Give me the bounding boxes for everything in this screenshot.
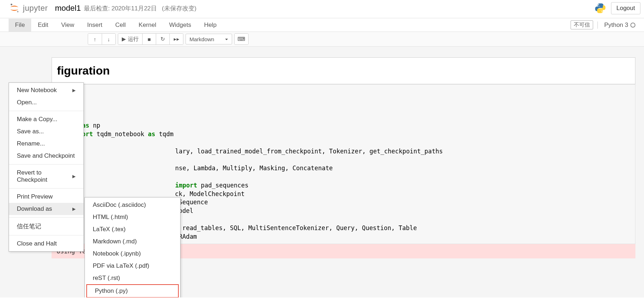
download-notebook[interactable]: Notebook (.ipynb) — [85, 248, 180, 260]
svg-point-2 — [598, 4, 599, 5]
menu-cell[interactable]: Cell — [109, 19, 132, 32]
download-html[interactable]: HTML (.html) — [85, 211, 180, 223]
interrupt-button[interactable]: ■ — [142, 34, 156, 44]
menu-download-as[interactable]: Download as▶ — [9, 203, 83, 215]
notebook-name[interactable]: model1 — [55, 4, 81, 13]
menu-rename[interactable]: Rename... — [9, 138, 83, 150]
kernel-idle-icon — [630, 23, 635, 28]
stop-icon: ■ — [148, 36, 151, 42]
menu-insert[interactable]: Insert — [81, 19, 109, 32]
move-down-button[interactable]: ↓ — [102, 34, 115, 44]
toolbar: ↑ ↓ ▶运行 ■ ↻ ▸▸ Markdown ⌨ — [0, 32, 644, 47]
jupyter-logo-text: jupyter — [23, 4, 48, 13]
download-latex[interactable]: LaTeX (.tex) — [85, 223, 180, 235]
restart-run-all-button[interactable]: ▸▸ — [169, 34, 183, 44]
menu-divider — [9, 217, 83, 218]
svg-point-0 — [11, 4, 13, 5]
move-up-button[interactable]: ↑ — [88, 34, 102, 44]
run-icon: ▶ — [122, 36, 126, 42]
restart-icon: ↻ — [160, 36, 165, 42]
svg-point-3 — [601, 11, 602, 12]
menu-new-notebook[interactable]: New Notebook▶ — [9, 84, 83, 96]
download-asciidoc[interactable]: AsciiDoc (.asciidoc) — [85, 199, 180, 211]
menu-divider — [9, 235, 83, 235]
menu-kernel[interactable]: Kernel — [132, 19, 163, 32]
download-python[interactable]: Python (.py) — [86, 284, 179, 297]
run-button[interactable]: ▶运行 — [118, 34, 142, 44]
menu-edit[interactable]: Edit — [31, 19, 54, 32]
chevron-right-icon: ▶ — [72, 174, 76, 179]
menu-make-copy[interactable]: Make a Copy... — [9, 113, 83, 125]
arrow-up-icon: ↑ — [93, 36, 96, 42]
celltype-select[interactable]: Markdown — [186, 34, 232, 44]
chevron-right-icon: ▶ — [72, 88, 76, 93]
jupyter-icon — [9, 3, 20, 14]
download-as-dropdown: AsciiDoc (.asciidoc) HTML (.html) LaTeX … — [85, 197, 181, 297]
download-rest[interactable]: reST (.rst) — [85, 272, 180, 284]
menu-view[interactable]: View — [55, 19, 81, 32]
file-dropdown: New Notebook▶ Open... Make a Copy... Sav… — [9, 82, 84, 252]
keyboard-icon: ⌨ — [237, 36, 245, 42]
download-markdown[interactable]: Markdown (.md) — [85, 235, 180, 248]
menu-save-as[interactable]: Save as... — [9, 125, 83, 138]
notebook-container: figuration os re json math numpy as np q… — [0, 47, 644, 297]
python-kernel-icon — [595, 3, 606, 14]
notebook-header: jupyter model1 最后检查: 2020年11月22日 (未保存改变)… — [0, 0, 644, 18]
menu-help[interactable]: Help — [198, 19, 223, 32]
chevron-right-icon: ▶ — [72, 206, 76, 211]
fast-forward-icon: ▸▸ — [174, 36, 179, 42]
menu-divider — [9, 111, 83, 111]
download-pdf[interactable]: PDF via LaTeX (.pdf) — [85, 260, 180, 272]
command-palette-button[interactable]: ⌨ — [235, 34, 248, 44]
menu-open[interactable]: Open... — [9, 96, 83, 109]
menu-save-checkpoint[interactable]: Save and Checkpoint — [9, 150, 83, 162]
svg-point-1 — [17, 11, 19, 13]
restart-button[interactable]: ↻ — [156, 34, 169, 44]
trust-indicator[interactable]: 不可信 — [571, 20, 593, 29]
menu-close-halt[interactable]: Close and Halt — [9, 238, 83, 250]
menu-file[interactable]: File — [9, 19, 31, 32]
markdown-cell[interactable]: figuration — [52, 57, 635, 84]
arrow-down-icon: ↓ — [107, 36, 110, 42]
jupyter-logo[interactable]: jupyter — [9, 3, 48, 14]
menu-widgets[interactable]: Widgets — [163, 19, 197, 32]
menubar: File Edit View Insert Cell Kernel Widget… — [0, 18, 644, 32]
menu-divider — [9, 188, 83, 189]
markdown-heading: figuration — [57, 64, 630, 77]
logout-button[interactable]: Logout — [611, 2, 640, 14]
menu-revert-checkpoint[interactable]: Revert to Checkpoint▶ — [9, 167, 83, 186]
checkpoint-info: 最后检查: 2020年11月22日 (未保存改变) — [84, 4, 197, 13]
menu-divider — [9, 164, 83, 165]
menu-print-preview[interactable]: Print Preview — [9, 191, 83, 203]
kernel-indicator: Python 3 — [597, 22, 635, 29]
menu-trust-notebook[interactable]: 信任笔记 — [9, 220, 83, 233]
